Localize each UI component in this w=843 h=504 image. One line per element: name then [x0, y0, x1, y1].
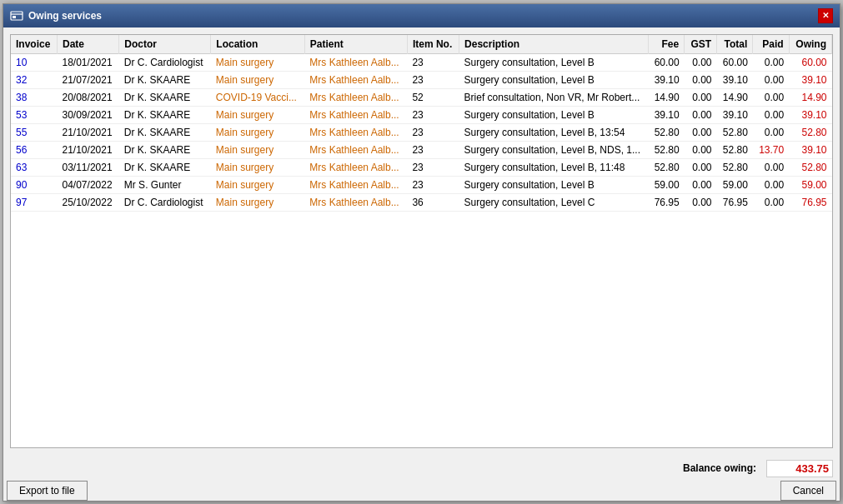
cell-total: 52.80: [717, 141, 753, 158]
cell-doctor: Dr K. SKAARE: [119, 106, 211, 123]
cell-patient: Mrs Kathleen Aalb...: [304, 88, 407, 106]
main-window: Owing services ✕ Invoice Date Doctor Loc…: [3, 3, 840, 502]
table-row[interactable]: 9004/07/2022Mr S. GunterMain surgeryMrs …: [11, 176, 832, 193]
table-header-row: Invoice Date Doctor Location Patient Ite…: [11, 35, 832, 54]
cell-date: 03/11/2021: [58, 158, 119, 176]
cell-fee: 52.80: [648, 141, 684, 158]
invoice-link[interactable]: 90: [16, 179, 27, 191]
cell-fee: 52.80: [648, 123, 684, 141]
cell-gst: 0.00: [685, 123, 717, 141]
cancel-button[interactable]: Cancel: [780, 481, 836, 501]
cell-patient: Mrs Kathleen Aalb...: [304, 141, 407, 158]
col-total: Total: [717, 35, 753, 54]
table-row[interactable]: 1018/01/2021Dr C. CardiologistMain surge…: [11, 53, 832, 71]
col-location: Location: [211, 35, 305, 54]
table-row[interactable]: 9725/10/2022Dr C. CardiologistMain surge…: [11, 193, 832, 211]
invoice-link[interactable]: 55: [16, 127, 27, 138]
cell-fee: 39.10: [648, 71, 684, 88]
cell-patient: Mrs Kathleen Aalb...: [304, 106, 407, 123]
cell-patient: Mrs Kathleen Aalb...: [304, 176, 407, 193]
cell-fee: 52.80: [648, 158, 684, 176]
cell-description: Surgery consultation, Level B, NDS, 1...: [459, 141, 649, 158]
cell-total: 39.10: [717, 106, 753, 123]
cell-doctor: Dr K. SKAARE: [119, 158, 211, 176]
table-row[interactable]: 6303/11/2021Dr K. SKAAREMain surgeryMrs …: [11, 158, 832, 176]
cell-invoice[interactable]: 56: [11, 141, 58, 158]
col-gst: GST: [685, 35, 717, 54]
cell-date: 25/10/2022: [58, 193, 119, 211]
table-row[interactable]: 5330/09/2021Dr K. SKAAREMain surgeryMrs …: [11, 106, 832, 123]
cell-location: Main surgery: [211, 193, 305, 211]
cell-invoice[interactable]: 97: [11, 193, 58, 211]
cell-patient: Mrs Kathleen Aalb...: [304, 158, 407, 176]
cell-location: Main surgery: [211, 53, 305, 71]
cell-doctor: Dr K. SKAARE: [119, 141, 211, 158]
cell-item-no: 23: [407, 158, 459, 176]
table-row[interactable]: 3221/07/2021Dr K. SKAAREMain surgeryMrs …: [11, 71, 832, 88]
close-button[interactable]: ✕: [818, 8, 833, 23]
table-container[interactable]: Invoice Date Doctor Location Patient Ite…: [10, 34, 833, 448]
title-bar: Owing services ✕: [3, 4, 840, 27]
table-row[interactable]: 5621/10/2021Dr K. SKAAREMain surgeryMrs …: [11, 141, 832, 158]
cell-total: 60.00: [717, 53, 753, 71]
cell-invoice[interactable]: 53: [11, 106, 58, 123]
cell-paid: 0.00: [753, 123, 789, 141]
cell-item-no: 36: [407, 193, 459, 211]
cell-owing: 60.00: [789, 53, 831, 71]
content-area: Invoice Date Doctor Location Patient Ite…: [3, 27, 840, 455]
table-row[interactable]: 5521/10/2021Dr K. SKAAREMain surgeryMrs …: [11, 123, 832, 141]
cell-location: COVID-19 Vacci...: [211, 88, 305, 106]
cell-location: Main surgery: [211, 158, 305, 176]
svg-rect-2: [13, 16, 16, 18]
col-invoice: Invoice: [11, 35, 58, 54]
cell-invoice[interactable]: 63: [11, 158, 58, 176]
cell-item-no: 23: [407, 141, 459, 158]
cell-total: 39.10: [717, 71, 753, 88]
cell-gst: 0.00: [685, 106, 717, 123]
invoice-link[interactable]: 38: [16, 92, 27, 103]
cell-invoice[interactable]: 55: [11, 123, 58, 141]
cell-item-no: 23: [407, 176, 459, 193]
invoice-link[interactable]: 63: [16, 162, 27, 173]
invoice-link[interactable]: 32: [16, 74, 27, 86]
cell-description: Surgery consultation, Level B: [459, 71, 649, 88]
cell-fee: 39.10: [648, 106, 684, 123]
cell-owing: 59.00: [789, 176, 831, 193]
cell-paid: 0.00: [753, 176, 789, 193]
cell-fee: 76.95: [648, 193, 684, 211]
invoice-link[interactable]: 53: [16, 109, 27, 121]
cell-doctor: Dr K. SKAARE: [119, 88, 211, 106]
cell-description: Brief consultation, Non VR, Mr Robert...: [459, 88, 649, 106]
cell-gst: 0.00: [685, 158, 717, 176]
cell-invoice[interactable]: 32: [11, 71, 58, 88]
export-button[interactable]: Export to file: [7, 481, 88, 501]
cell-date: 20/08/2021: [58, 88, 119, 106]
col-item-no: Item No.: [407, 35, 459, 54]
cell-total: 52.80: [717, 158, 753, 176]
cell-fee: 59.00: [648, 176, 684, 193]
cell-doctor: Dr K. SKAARE: [119, 71, 211, 88]
cell-owing: 14.90: [789, 88, 831, 106]
table-row[interactable]: 3820/08/2021Dr K. SKAARECOVID-19 Vacci..…: [11, 88, 832, 106]
cell-owing: 52.80: [789, 123, 831, 141]
window-title: Owing services: [28, 10, 102, 22]
window-icon: [10, 9, 23, 22]
cell-invoice[interactable]: 10: [11, 53, 58, 71]
cell-item-no: 23: [407, 123, 459, 141]
cell-patient: Mrs Kathleen Aalb...: [304, 53, 407, 71]
cell-patient: Mrs Kathleen Aalb...: [304, 193, 407, 211]
invoice-link[interactable]: 56: [16, 144, 27, 156]
invoice-link[interactable]: 97: [16, 197, 27, 208]
cell-patient: Mrs Kathleen Aalb...: [304, 71, 407, 88]
cell-gst: 0.00: [685, 193, 717, 211]
cell-owing: 39.10: [789, 71, 831, 88]
cell-date: 30/09/2021: [58, 106, 119, 123]
cell-invoice[interactable]: 38: [11, 88, 58, 106]
cell-owing: 76.95: [789, 193, 831, 211]
col-patient: Patient: [304, 35, 407, 54]
cell-total: 52.80: [717, 123, 753, 141]
cell-doctor: Dr C. Cardiologist: [119, 53, 211, 71]
cell-gst: 0.00: [685, 53, 717, 71]
invoice-link[interactable]: 10: [16, 57, 27, 68]
cell-invoice[interactable]: 90: [11, 176, 58, 193]
